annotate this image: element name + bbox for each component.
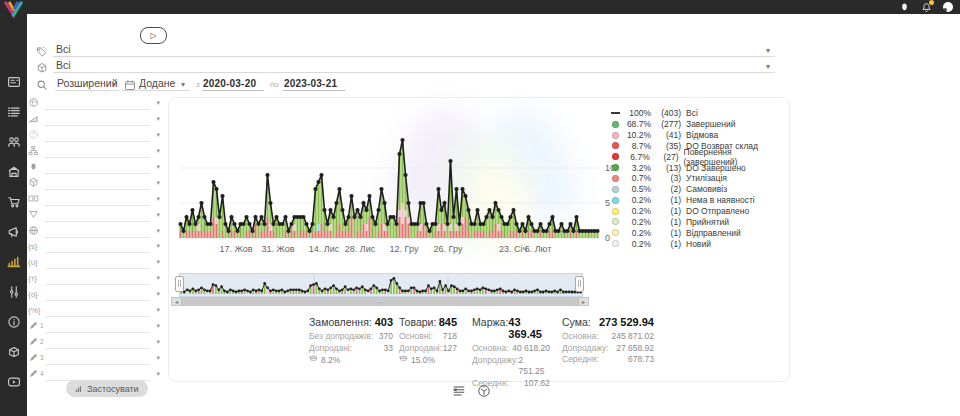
filter-caret[interactable]: ▾ xyxy=(150,179,160,188)
legend-item[interactable]: 6.7%(27)Повернення (завершений) xyxy=(611,151,783,162)
chart-scrollbar[interactable]: ◂ ⋯ ▸ xyxy=(171,297,589,306)
filter-select-17[interactable] xyxy=(45,352,150,365)
filter-row-4[interactable]: ▾ xyxy=(28,144,160,160)
date-from-input[interactable]: 2020-03-20 xyxy=(203,78,256,89)
product-filter-caret[interactable]: ▾ xyxy=(766,63,770,71)
user-icon[interactable] xyxy=(898,1,910,13)
filter-caret[interactable]: ▾ xyxy=(150,242,160,251)
filter-row-13[interactable]: {о}▾ xyxy=(28,287,160,303)
filter-select-3[interactable] xyxy=(45,129,150,142)
filter-caret[interactable]: ▾ xyxy=(150,354,160,363)
navigator-left-handle[interactable] xyxy=(175,276,184,292)
legend-item[interactable]: 0.2%(1)Відправлений xyxy=(611,227,783,238)
status-filter-caret[interactable]: ▾ xyxy=(766,47,770,55)
filter-caret[interactable]: ▾ xyxy=(150,306,160,315)
filter-select-10[interactable] xyxy=(45,240,150,253)
sidebar-item-users[interactable] xyxy=(0,129,27,159)
filter-row-9[interactable]: ▾ xyxy=(28,223,160,239)
sidebar-item-megaphone[interactable] xyxy=(0,219,27,249)
calendar-icon[interactable] xyxy=(124,77,136,95)
filter-caret[interactable]: ▾ xyxy=(150,195,160,204)
status-filter-value[interactable]: Всі xyxy=(56,43,71,55)
video-tutorial-badge[interactable]: ▷ xyxy=(140,27,167,44)
filter-select-13[interactable] xyxy=(45,288,150,301)
filter-caret[interactable]: ▾ xyxy=(150,115,160,124)
filter-caret[interactable]: ▾ xyxy=(150,99,160,108)
filter-caret[interactable]: ▾ xyxy=(150,290,160,299)
scrollbar-right-arrow[interactable]: ▸ xyxy=(579,298,588,305)
filter-row-8[interactable]: ▾ xyxy=(28,207,160,223)
sidebar-item-orders-list[interactable] xyxy=(0,99,27,129)
filter-select-15[interactable] xyxy=(45,320,150,333)
filter-select-2[interactable] xyxy=(45,113,150,126)
date-to-input[interactable]: 2023-03-21 xyxy=(284,78,337,89)
filter-select-12[interactable] xyxy=(45,272,150,285)
sidebar-item-store[interactable] xyxy=(0,159,27,189)
filter-row-1[interactable]: ▾ xyxy=(28,96,160,112)
search-mode-select[interactable]: Розширений xyxy=(57,77,118,89)
filter-select-11[interactable] xyxy=(45,256,150,269)
filter-select-9[interactable] xyxy=(45,225,150,238)
date-field-caret[interactable]: ▾ xyxy=(181,81,185,89)
avatar[interactable] xyxy=(942,1,954,13)
filter-row-11[interactable]: {u}▾ xyxy=(28,255,160,271)
filter-row-10[interactable]: {s}▾ xyxy=(28,239,160,255)
filter-row-17[interactable]: 3▾ xyxy=(28,350,160,366)
filter-select-1[interactable] xyxy=(45,97,150,110)
filter-select-18[interactable] xyxy=(45,368,150,381)
filter-caret[interactable]: ▾ xyxy=(150,370,160,379)
filter-row-2[interactable]: ▾ xyxy=(28,112,160,128)
filter-caret[interactable]: ▾ xyxy=(150,163,160,172)
navigator-right-handle[interactable] xyxy=(575,276,584,292)
filter-select-14[interactable] xyxy=(45,304,150,317)
sidebar-item-purchases[interactable] xyxy=(0,189,27,219)
sidebar-item-info[interactable] xyxy=(0,309,27,339)
filter-row-16[interactable]: 2▾ xyxy=(28,334,160,350)
legend-item[interactable]: 0.2%(1)Нема в наявності xyxy=(611,195,783,206)
sidebar-item-sliders[interactable] xyxy=(0,279,27,309)
legend-item[interactable]: 0.7%(3)Утилізація xyxy=(611,173,783,184)
legend-item[interactable]: 10.2%(41)Відмова xyxy=(611,130,783,141)
date-field-select[interactable]: Додане xyxy=(139,77,175,89)
filter-caret[interactable]: ▾ xyxy=(150,227,160,236)
filter-caret[interactable]: ▾ xyxy=(150,211,160,220)
legend-item[interactable]: 0.5%(2)Самовивіз xyxy=(611,184,783,195)
sidebar-item-dashboard[interactable] xyxy=(0,69,27,99)
filter-row-6[interactable]: ▾ xyxy=(28,175,160,191)
sidebar-item-video[interactable] xyxy=(0,369,27,399)
filter-caret[interactable]: ▾ xyxy=(150,131,160,140)
scrollbar-thumb[interactable]: ⋯ xyxy=(181,298,579,305)
filter-row-14[interactable]: {%}▾ xyxy=(28,303,160,319)
legend-item[interactable]: 0.2%(1)Прийнятий xyxy=(611,216,783,227)
legend-item[interactable]: 68.7%(277)Завершений xyxy=(611,119,783,130)
apply-filters-button[interactable]: Застосувати xyxy=(66,380,148,397)
filter-row-7[interactable]: ▾ xyxy=(28,191,160,207)
filter-select-8[interactable] xyxy=(45,209,150,222)
bell-icon[interactable] xyxy=(920,1,932,13)
product-filter-value[interactable]: Всі xyxy=(56,59,71,71)
legend-item[interactable]: 0.2%(1)Новий xyxy=(611,238,783,249)
filter-select-6[interactable] xyxy=(45,177,150,190)
sidebar-item-analytics[interactable] xyxy=(0,249,27,279)
legend-item[interactable]: 0.2%(1)DO Отправлено xyxy=(611,206,783,217)
sidebar-item-returns[interactable] xyxy=(0,339,27,369)
filter-select-4[interactable] xyxy=(45,145,150,158)
filter-caret[interactable]: ▾ xyxy=(150,258,160,267)
filter-caret[interactable]: ▾ xyxy=(150,322,160,331)
filter-caret[interactable]: ▾ xyxy=(150,274,160,283)
chart-navigator[interactable] xyxy=(179,273,583,297)
search-mode-caret[interactable]: ▾ xyxy=(112,81,116,89)
filter-row-3[interactable]: ▾ xyxy=(28,128,160,144)
package-view-icon[interactable] xyxy=(477,384,491,398)
filter-row-5[interactable]: ▾ xyxy=(28,160,160,176)
search-icon[interactable] xyxy=(36,77,48,95)
filter-caret[interactable]: ▾ xyxy=(150,147,160,156)
filter-caret[interactable]: ▾ xyxy=(150,338,160,347)
scrollbar-left-arrow[interactable]: ◂ xyxy=(172,298,181,305)
filter-select-16[interactable] xyxy=(45,336,150,349)
filter-row-12[interactable]: {т}▾ xyxy=(28,271,160,287)
list-view-icon[interactable] xyxy=(452,384,466,398)
legend-item[interactable]: 100%(403)Всі xyxy=(611,108,783,119)
app-logo[interactable] xyxy=(4,1,23,18)
filter-row-15[interactable]: 1▾ xyxy=(28,318,160,334)
